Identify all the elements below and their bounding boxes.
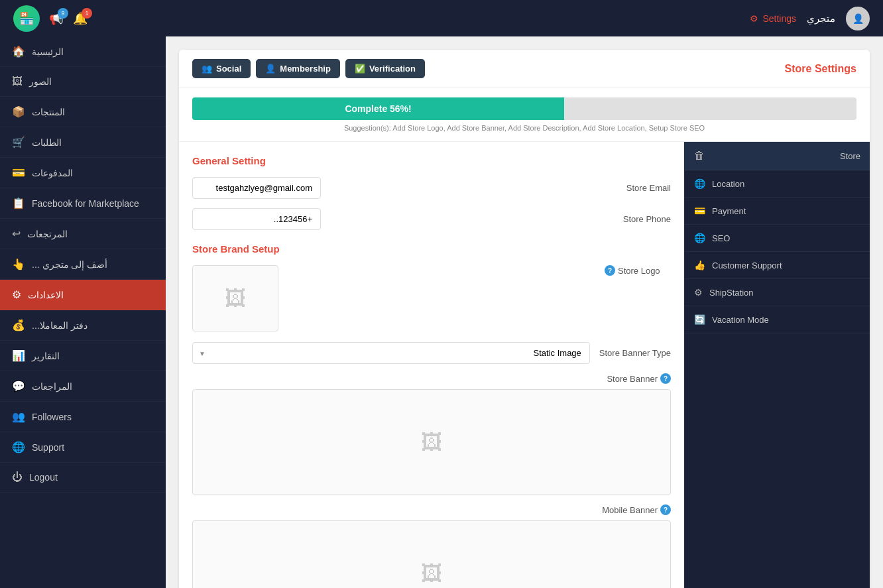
sidebar-item-orders[interactable]: الطلبات 🛒 <box>0 127 166 158</box>
topnav: 🏪 📢 9 🔔 1 👤 متجري Settings ⚙ <box>0 0 883 36</box>
sidebar-label-payments: المدفوعات <box>32 168 73 178</box>
avatar-icon: 🏪 <box>19 11 34 26</box>
returns-icon: ↩ <box>12 227 21 240</box>
sidebar-item-photos[interactable]: الصور 🖼 <box>0 67 166 97</box>
progress-section: Complete 56%! Suggestion(s): Add Store L… <box>179 88 870 142</box>
campaign-button[interactable]: 📢 9 <box>49 11 64 26</box>
membership-tab[interactable]: 👤 Membership <box>256 59 340 78</box>
progress-bar-wrap: Complete 56%! <box>192 97 856 120</box>
sidebar-item-products[interactable]: المنتجات 📦 <box>0 97 166 127</box>
sidebar-label-orders: الطلبات <box>32 137 62 148</box>
settings-card: 👥 Social 👤 Membership ✅ Verification Sto… <box>179 50 870 588</box>
reviews-icon: 💬 <box>12 380 25 392</box>
submenu-label-seo: SEO <box>712 233 730 243</box>
submenu-item-location[interactable]: Location 🌐 <box>685 170 870 198</box>
banner-type-select[interactable]: Static Image <box>192 342 590 364</box>
sidebar-label-followers: Followers <box>32 412 72 422</box>
phone-row: Store Phone <box>192 208 671 230</box>
submenu-label-payment: Payment <box>712 206 746 216</box>
mobile-banner-info-icon: ? <box>660 504 671 515</box>
settings-gear-icon: ⚙ <box>12 288 21 301</box>
submenu-item-seo[interactable]: SEO 🌐 <box>685 225 870 252</box>
settings-label: Settings <box>762 13 796 24</box>
sidebar-label-returns: المرتجعات <box>27 229 68 239</box>
avatar: 🏪 <box>13 5 40 32</box>
email-input[interactable] <box>192 177 321 199</box>
social-tab-label: Social <box>216 64 241 74</box>
settings-card-header: 👥 Social 👤 Membership ✅ Verification Sto… <box>179 50 870 88</box>
sidebar-label-products: المنتجات <box>32 107 65 117</box>
phone-label: Store Phone <box>605 214 671 224</box>
payment-icon: 💳 <box>694 206 705 216</box>
followers-icon: 👥 <box>12 410 25 423</box>
phone-input[interactable] <box>192 208 321 230</box>
add-icon: 👆 <box>12 258 25 270</box>
banner-placeholder-icon: 🖼 <box>421 430 442 455</box>
mobile-banner-section: Mobile Banner ? 🖼 <box>192 504 671 588</box>
reports-icon: 📊 <box>12 349 25 362</box>
membership-tab-label: Membership <box>280 64 331 74</box>
brand-title: Store Brand Setup <box>192 243 671 255</box>
sidebar-label-ledger: دفتر المعاملا... <box>32 320 88 331</box>
submenu-item-vacation[interactable]: Vacation Mode 🔄 <box>685 306 870 333</box>
store-banner-section: Store Banner ? 🖼 <box>192 373 671 495</box>
sidebar-item-home[interactable]: الرئيسية 🏠 <box>0 36 166 67</box>
seo-icon: 🌐 <box>694 233 705 243</box>
photos-icon: 🖼 <box>12 76 23 88</box>
submenu-label-location: Location <box>712 179 744 189</box>
sidebar-item-payments[interactable]: المدفوعات 💳 <box>0 158 166 188</box>
verification-tab-icon: ✅ <box>355 64 365 74</box>
topnav-right: 👤 متجري Settings ⚙ <box>750 7 870 30</box>
sidebar-item-add[interactable]: أضف إلى متجري ... 👆 <box>0 249 166 280</box>
social-tab-icon: 👥 <box>202 64 212 74</box>
notification-button[interactable]: 🔔 1 <box>73 11 88 26</box>
sidebar-item-returns[interactable]: المرتجعات ↩ <box>0 219 166 249</box>
sidebar-item-followers[interactable]: Followers 👥 <box>0 402 166 432</box>
submenu-item-shipstation[interactable]: ShipStation ⚙ <box>685 279 870 306</box>
store-banner-box[interactable]: 🖼 <box>192 389 671 495</box>
sidebar-item-settings[interactable]: الاعدادات ⚙ <box>0 280 166 310</box>
sidebar-label-reports: التقارير <box>32 351 60 361</box>
sidebar-item-ledger[interactable]: دفتر المعاملا... 💰 <box>0 310 166 341</box>
membership-tab-icon: 👤 <box>265 64 276 74</box>
banner-type-select-wrap: Static Image ▼ <box>192 342 590 364</box>
customer-support-icon: 👍 <box>694 260 705 270</box>
mobile-banner-box[interactable]: 🖼 <box>192 520 671 588</box>
vacation-icon: 🔄 <box>694 314 705 325</box>
submenu-label-customer-support: Customer Support <box>712 261 782 270</box>
campaign-badge: 9 <box>58 8 68 19</box>
main-content: 👥 Social 👤 Membership ✅ Verification Sto… <box>166 36 883 588</box>
social-tab[interactable]: 👥 Social <box>192 59 251 78</box>
store-banner-label: Store Banner ? <box>192 373 671 384</box>
sidebar-label-support: Support <box>32 442 64 453</box>
sidebar-item-logout[interactable]: Logout ⏻ <box>0 463 166 493</box>
logo-box[interactable]: 🖼 <box>192 265 278 331</box>
logo-row: 🖼 ? Store Logo <box>192 265 671 331</box>
verification-tab-label: Verification <box>369 64 416 74</box>
logo-info-icon: ? <box>605 265 615 276</box>
submenu-trash-icon[interactable]: 🗑 <box>694 150 705 162</box>
logo-label: ? Store Logo <box>605 265 671 276</box>
layout: الرئيسية 🏠 الصور 🖼 المنتجات 📦 الطلبات 🛒 … <box>0 36 883 588</box>
sidebar: الرئيسية 🏠 الصور 🖼 المنتجات 📦 الطلبات 🛒 … <box>0 36 166 588</box>
settings-link[interactable]: Settings ⚙ <box>750 13 796 24</box>
sidebar-item-support[interactable]: Support 🌐 <box>0 432 166 463</box>
sidebar-item-reviews[interactable]: المراجعات 💬 <box>0 371 166 402</box>
form-section: General Setting Store Email Store Phone <box>179 142 684 588</box>
sidebar-label-reviews: المراجعات <box>32 381 72 392</box>
sidebar-item-reports[interactable]: التقارير 📊 <box>0 341 166 371</box>
logo-placeholder-icon: 🖼 <box>225 286 246 311</box>
submenu-item-customer-support[interactable]: Customer Support 👍 <box>685 252 870 279</box>
submenu-label-vacation: Vacation Mode <box>712 315 769 325</box>
notification-badge: 1 <box>82 8 92 19</box>
banner-type-row: Static Image ▼ Store Banner Type <box>192 342 671 364</box>
content-area: General Setting Store Email Store Phone <box>179 142 870 588</box>
sidebar-label-photos: الصور <box>29 76 52 87</box>
verification-tab[interactable]: ✅ Verification <box>345 59 425 78</box>
submenu-label-shipstation: ShipStation <box>709 288 754 298</box>
sidebar-item-facebook[interactable]: Facebook for Marketplace 📋 <box>0 188 166 219</box>
submenu-item-payment[interactable]: Payment 💳 <box>685 198 870 225</box>
email-row: Store Email <box>192 177 671 199</box>
mobile-banner-label: Mobile Banner ? <box>192 504 671 515</box>
location-icon: 🌐 <box>694 178 705 189</box>
